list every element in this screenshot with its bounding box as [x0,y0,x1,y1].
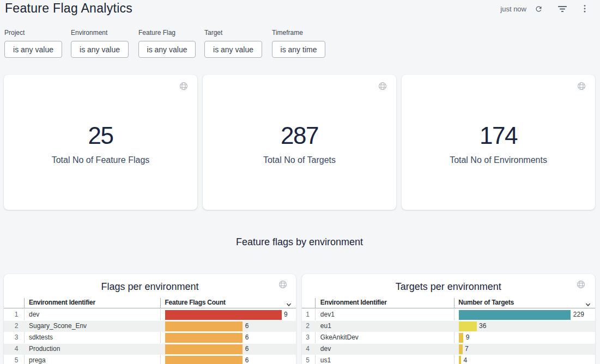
row-number: 4 [302,343,310,355]
environment-id-cell: sdktests [29,332,53,343]
kpi-value: 25 [4,120,197,151]
filter-label-target: Target [204,29,222,37]
filter-value-feature-flag[interactable]: is any value [138,41,196,58]
value-label: 7 [465,343,469,355]
row-number: 4 [4,343,19,355]
row-number: 5 [4,355,19,364]
table-header: Environment IdentifierNumber of Targets [302,298,596,308]
value-label: 9 [284,309,288,320]
panel-flags-per-environment: Flags per environment Environment Identi… [4,274,296,364]
table-row: 3GkeAnkitDev9 [302,332,596,343]
globe-icon[interactable] [278,280,287,289]
value-label: 6 [245,343,249,355]
column-header-measure[interactable]: Feature Flags Count [165,298,226,308]
value-label: 6 [245,320,249,332]
environment-id-cell: dev [320,343,331,355]
value-bar [459,321,476,331]
column-separator [315,298,316,308]
kpi-label: Total No of Feature Flags [4,155,197,165]
data-table: Environment IdentifierFeature Flags Coun… [4,298,296,364]
column-header-dimension[interactable]: Environment Identifier [29,298,95,308]
table-row: 5us14 [302,355,596,364]
table-row: 2Sugary_Scone_Env6 [4,320,296,332]
filter-icon[interactable] [557,4,567,14]
row-number: 3 [302,332,310,343]
filter-label-project: Project [4,29,25,37]
panel-targets-per-environment: Targets per environment Environment Iden… [302,274,596,364]
table-row: 1dev9 [4,309,296,320]
value-label: 4 [463,355,467,364]
kpi-card-targets: 287 Total No of Targets [203,75,396,210]
section-title: Feature flags by environment [0,236,599,248]
filter-group-target: Target is any value [204,29,222,37]
filter-label-feature-flag: Feature Flag [138,29,175,37]
globe-icon[interactable] [577,82,586,90]
environment-id-cell: dev [29,309,39,320]
panel-title: Targets per environment [302,281,596,293]
environment-id-cell: eu1 [320,320,331,332]
value-label: 229 [573,309,584,320]
environment-id-cell: dev1 [320,309,335,320]
table-row: 3sdktests6 [4,332,296,343]
filter-group-timeframe: Timeframe is any time [272,29,303,37]
kpi-card-feature-flags: 25 Total No of Feature Flags [4,75,197,210]
column-header-dimension[interactable]: Environment Identifier [320,298,387,308]
filter-value-project[interactable]: is any value [4,41,62,58]
environment-id-cell: Sugary_Scone_Env [29,320,87,332]
filter-value-target[interactable]: is any value [204,41,262,58]
table-row: 5prega6 [4,355,296,364]
table-row: 1dev1229 [302,309,596,320]
globe-icon[interactable] [378,82,387,90]
environment-id-cell: us1 [320,355,331,364]
column-separator [454,298,454,308]
globe-icon[interactable] [179,82,188,90]
value-bar [459,333,463,343]
table-row: 2eu136 [302,320,596,332]
kpi-value: 287 [203,120,396,151]
column-separator [24,298,25,308]
data-table: Environment IdentifierNumber of Targets1… [302,298,596,364]
filter-label-environment: Environment [71,29,107,37]
value-bar [459,356,461,364]
environment-id-cell: Production [29,343,60,355]
table-header: Environment IdentifierFeature Flags Coun… [4,298,296,308]
row-number: 1 [302,309,310,320]
value-bar [165,321,243,331]
kpi-label: Total No of Targets [203,155,396,165]
row-number: 5 [302,355,310,364]
row-number: 2 [302,320,310,332]
page-title: Feature Flag Analytics [5,1,132,16]
kpi-label: Total No of Environments [402,155,595,165]
value-label: 9 [466,332,470,343]
value-label: 6 [245,355,249,364]
filter-group-project: Project is any value [4,29,25,37]
filter-value-timeframe[interactable]: is any time [272,41,325,58]
filter-group-feature-flag: Feature Flag is any value [138,29,175,37]
column-header-measure[interactable]: Number of Targets [458,298,514,308]
more-vert-icon[interactable] [580,4,590,14]
environment-id-cell: GkeAnkitDev [320,332,359,343]
environment-id-cell: prega [29,355,46,364]
kpi-value: 174 [402,120,595,151]
row-number: 3 [4,332,19,343]
table-row: 4Production6 [4,343,296,355]
filter-group-environment: Environment is any value [71,29,107,37]
value-bar [459,310,571,320]
value-bar [165,310,282,320]
panel-title: Flags per environment [4,281,296,293]
kpi-card-environments: 174 Total No of Environments [402,75,595,210]
row-number: 1 [4,309,19,320]
value-bar [165,344,243,354]
filter-value-environment[interactable]: is any value [71,41,129,58]
row-number: 2 [4,320,19,332]
filter-label-timeframe: Timeframe [272,29,303,37]
value-bar [165,333,243,343]
table-row: 4dev7 [302,343,596,355]
value-label: 6 [245,332,249,343]
value-bar [459,344,462,354]
refresh-icon[interactable] [534,4,543,14]
value-label: 36 [479,320,486,332]
globe-icon[interactable] [577,280,585,289]
last-updated-text: just now [500,5,526,13]
value-bar [165,356,243,364]
